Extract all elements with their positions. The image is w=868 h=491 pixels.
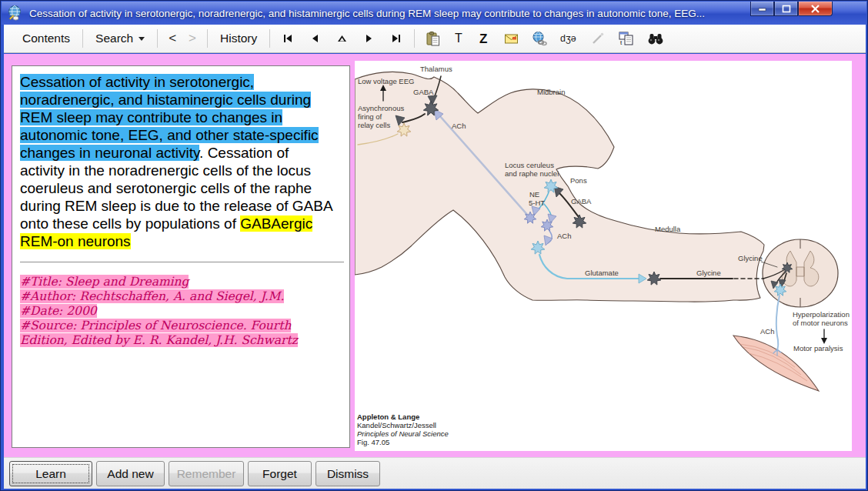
label-gaba-pons: GABA xyxy=(571,197,592,205)
web-link-icon[interactable] xyxy=(526,28,553,49)
toolbar-separator xyxy=(414,29,415,48)
maximize-button[interactable] xyxy=(774,2,798,16)
forget-button[interactable]: Forget xyxy=(248,461,312,486)
credit-authors: Kandel/Schwartz/Jessell xyxy=(357,421,436,429)
label-pons: Pons xyxy=(570,176,587,185)
svg-text:firing of: firing of xyxy=(358,112,382,121)
last-icon[interactable] xyxy=(382,30,409,47)
contents-button[interactable]: Contents xyxy=(15,28,78,48)
globe-pencil-icon xyxy=(6,5,23,22)
credit-book: Principles of Neural Science xyxy=(357,429,449,438)
svg-text:t: t xyxy=(620,39,623,46)
credit-figure: Fig. 47.05 xyxy=(357,438,389,446)
label-hyperpolarization: Hyperpolarization xyxy=(793,310,850,319)
chevron-down-icon xyxy=(139,37,145,41)
svg-text:Z: Z xyxy=(479,32,487,46)
label-motor-paralysis: Motor paralysis xyxy=(793,344,843,352)
paste-icon[interactable] xyxy=(419,28,447,49)
toolbar-separator xyxy=(207,29,208,48)
image-component[interactable]: Thalamus Low voltage EEG Asynchronous fi… xyxy=(355,61,852,451)
toolbar: Contents Search < > History T Z dʒə t xyxy=(4,25,866,53)
text-icon[interactable]: T xyxy=(447,28,472,49)
label-locus-ceruleus: Locus ceruleus xyxy=(505,161,554,169)
card-text: Cessation of activity in serotonergic, n… xyxy=(20,73,337,250)
element-canvas: Cessation of activity in serotonergic, n… xyxy=(4,54,866,457)
label-ach-muscle: ACh xyxy=(760,327,774,336)
label-asynchronous: Asynchronous xyxy=(358,104,404,112)
titlebar[interactable]: Cessation of activity in serotonergic, n… xyxy=(2,2,866,25)
label-gaba-thalamus: GABA xyxy=(413,88,434,96)
app-window: Cessation of activity in serotonergic, n… xyxy=(0,0,868,491)
label-5ht: 5-HT xyxy=(529,199,545,207)
divider xyxy=(20,262,344,262)
back-button[interactable]: < xyxy=(162,29,182,48)
next-icon[interactable] xyxy=(356,30,382,47)
reference-block: #Title: Sleep and Dreaming #Author: Rech… xyxy=(20,275,328,348)
label-glutamate: Glutamate xyxy=(585,269,619,277)
label-ach-pons: ACh xyxy=(557,232,571,240)
close-button[interactable] xyxy=(798,2,833,16)
email-icon[interactable] xyxy=(498,28,526,49)
up-icon[interactable] xyxy=(329,30,356,47)
copy-template-icon[interactable]: t xyxy=(612,28,641,49)
dismiss-button[interactable]: Dismiss xyxy=(315,461,380,486)
credit-publisher: Appleton & Lange xyxy=(357,413,419,421)
pronunciation-icon[interactable]: dʒə xyxy=(553,28,584,49)
svg-text:of motor neurons: of motor neurons xyxy=(793,319,848,327)
sleep-z-icon[interactable]: Z xyxy=(472,28,498,49)
reference-date: #Date: 2000 xyxy=(20,304,97,318)
toolbar-separator xyxy=(82,29,83,48)
history-button[interactable]: History xyxy=(212,28,265,48)
search-dropdown[interactable]: Search xyxy=(88,28,152,48)
svg-text:dʒə: dʒə xyxy=(560,33,576,44)
reference-title: #Title: Sleep and Dreaming xyxy=(20,275,189,289)
remember-button[interactable]: Remember xyxy=(169,461,244,486)
brainstem-diagram: Thalamus Low voltage EEG Asynchronous fi… xyxy=(355,61,852,451)
wand-icon[interactable] xyxy=(584,28,612,49)
reference-author: #Author: Rechtschaffen, A. and Siegel, J… xyxy=(20,289,284,303)
label-glycine-cord: Glycine xyxy=(738,254,763,262)
label-glycine-axon: Glycine xyxy=(696,269,721,277)
minimize-button[interactable] xyxy=(750,2,774,16)
add-new-button[interactable]: Add new xyxy=(96,461,165,486)
svg-text:relay cells: relay cells xyxy=(358,121,390,129)
forward-button[interactable]: > xyxy=(182,29,202,48)
footer-bar: Learn Add new Remember Forget Dismiss xyxy=(4,457,866,489)
svg-text:and raphe nuclei: and raphe nuclei xyxy=(505,169,559,178)
toolbar-separator xyxy=(157,29,158,48)
toolbar-separator xyxy=(269,29,270,48)
svg-text:T: T xyxy=(455,32,462,45)
reference-source: #Source: Principles of Neuroscience. Fou… xyxy=(20,319,298,347)
find-binoculars-icon[interactable] xyxy=(641,28,670,49)
label-medulla: Medulla xyxy=(655,225,681,233)
label-ach-thalamic: ACh xyxy=(452,122,466,130)
label-ne: NE xyxy=(529,190,539,199)
label-midbrain: Midbrain xyxy=(537,88,565,96)
text-component[interactable]: Cessation of activity in serotonergic, n… xyxy=(12,65,350,448)
first-icon[interactable] xyxy=(275,30,302,47)
label-thalamus: Thalamus xyxy=(420,65,452,73)
window-title: Cessation of activity in serotonergic, n… xyxy=(29,8,866,19)
previous-icon[interactable] xyxy=(302,30,329,47)
learn-button[interactable]: Learn xyxy=(9,461,92,486)
label-low-voltage-eeg: Low voltage EEG xyxy=(358,77,414,85)
